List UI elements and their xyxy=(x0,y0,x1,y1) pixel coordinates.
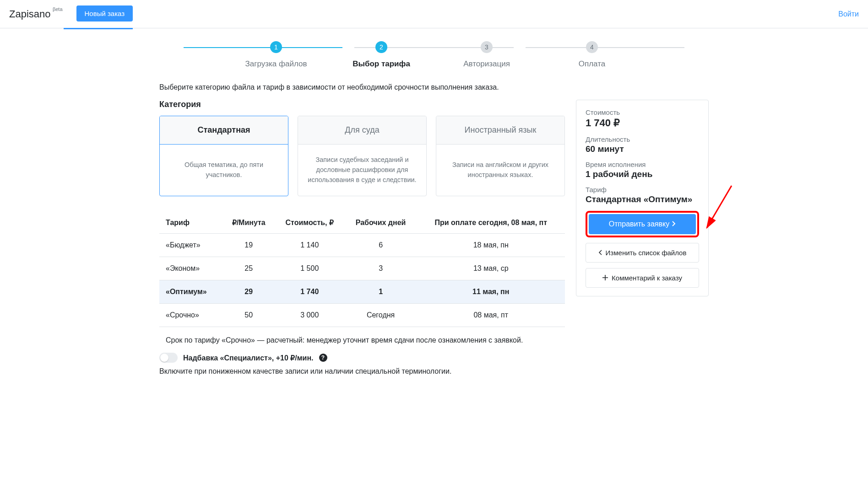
chevron-left-icon xyxy=(598,249,602,257)
change-files-label: Изменить список файлов xyxy=(606,249,687,257)
tariff-label: Тариф xyxy=(586,186,699,193)
step-2: 2 Выбор тарифа xyxy=(329,41,434,69)
step-1-label: Загрузка файлов xyxy=(223,59,329,69)
category-foreign-desc: Записи на английском и других иностранны… xyxy=(436,145,564,196)
tariff-row[interactable]: «Эконом»251 500313 мая, ср xyxy=(159,257,565,280)
specialist-desc: Включите при пониженном качестве записи … xyxy=(159,367,565,376)
th-ready: При оплате сегодня, 08 мая, пт xyxy=(417,212,565,234)
tariff-row[interactable]: «Срочно»503 000Сегодня08 мая, пт xyxy=(159,304,565,327)
step-3-label: Авторизация xyxy=(434,59,539,69)
tariff-cell-cost: 1 500 xyxy=(275,257,345,280)
tariff-cell-ready: 08 мая, пт xyxy=(417,304,565,327)
category-standard[interactable]: Стандартная Общая тематика, до пяти учас… xyxy=(159,116,288,196)
instruction-text: Выберите категорию файла и тариф в завис… xyxy=(159,83,709,91)
tariff-cell-days: 1 xyxy=(345,280,417,304)
header: Zapisano βeta Новый заказ Войти xyxy=(0,0,868,28)
step-3: 3 Авторизация xyxy=(434,41,539,69)
tariff-cell-days: 6 xyxy=(345,234,417,257)
tariff-row[interactable]: «Бюджет»191 140618 мая, пн xyxy=(159,234,565,257)
step-1-circle: 1 xyxy=(270,41,282,53)
highlight-annotation: Отправить заявку xyxy=(586,211,699,237)
category-foreign-title: Иностранный язык xyxy=(436,116,564,145)
eta-label: Время исполнения xyxy=(586,161,699,168)
help-icon[interactable]: ? xyxy=(319,354,327,362)
th-days: Рабочих дней xyxy=(345,212,417,234)
tariff-cell-ready: 18 мая, пн xyxy=(417,234,565,257)
add-comment-label: Комментарий к заказу xyxy=(612,274,682,282)
logo[interactable]: Zapisano βeta xyxy=(9,8,51,20)
step-2-circle: 2 xyxy=(375,41,387,53)
login-link[interactable]: Войти xyxy=(838,10,859,18)
step-4-label: Оплата xyxy=(539,59,645,69)
specialist-label: Надбавка «Специалист», +10 ₽/мин. xyxy=(183,354,314,362)
plus-icon xyxy=(602,274,608,282)
duration-value: 60 минут xyxy=(586,144,699,154)
tariff-cell-per_min: 50 xyxy=(223,304,275,327)
tariff-cell-ready: 11 мая, пн xyxy=(417,280,565,304)
category-court-title: Для суда xyxy=(298,116,426,145)
new-order-tab[interactable]: Новый заказ xyxy=(64,5,133,29)
tariff-cell-name: «Эконом» xyxy=(159,257,223,280)
tariff-row[interactable]: «Оптимум»291 740111 мая, пн xyxy=(159,280,565,304)
tariff-cell-name: «Оптимум» xyxy=(159,280,223,304)
tariff-value: Стандартная «Оптимум» xyxy=(586,194,699,204)
specialist-toggle[interactable] xyxy=(159,353,178,363)
eta-value: 1 рабочий день xyxy=(586,169,699,179)
order-summary: Стоимость 1 740 ₽ Длительность 60 минут … xyxy=(576,100,709,296)
beta-badge: βeta xyxy=(53,6,63,12)
tariff-cell-per_min: 19 xyxy=(223,234,275,257)
category-title: Категория xyxy=(159,100,565,109)
step-4-circle: 4 xyxy=(586,41,598,53)
submit-label: Отправить заявку xyxy=(609,220,669,228)
tariff-cell-days: 3 xyxy=(345,257,417,280)
change-files-button[interactable]: Изменить список файлов xyxy=(586,243,699,263)
tariff-cell-name: «Бюджет» xyxy=(159,234,223,257)
submit-button[interactable]: Отправить заявку xyxy=(589,214,696,234)
chevron-right-icon xyxy=(672,220,676,228)
specialist-row: Надбавка «Специалист», +10 ₽/мин. ? xyxy=(159,353,565,363)
stepper: 1 Загрузка файлов 2 Выбор тарифа 3 Автор… xyxy=(159,28,709,76)
tariff-cell-cost: 1 740 xyxy=(275,280,345,304)
logo-text: Zapisano xyxy=(9,8,51,20)
add-comment-button[interactable]: Комментарий к заказу xyxy=(586,268,699,288)
duration-label: Длительность xyxy=(586,135,699,143)
urgent-note: Срок по тарифу «Срочно» — расчетный: мен… xyxy=(159,336,565,344)
tariff-cell-per_min: 29 xyxy=(223,280,275,304)
tariff-cell-cost: 1 140 xyxy=(275,234,345,257)
tariff-cell-days: Сегодня xyxy=(345,304,417,327)
category-standard-title: Стандартная xyxy=(160,116,288,145)
tariff-cell-name: «Срочно» xyxy=(159,304,223,327)
cost-label: Стоимость xyxy=(586,108,699,116)
step-1[interactable]: 1 Загрузка файлов xyxy=(223,41,329,69)
step-3-circle: 3 xyxy=(481,41,493,53)
category-court[interactable]: Для суда Записи судебных заседаний и дос… xyxy=(298,116,427,196)
category-standard-desc: Общая тематика, до пяти участников. xyxy=(160,145,288,196)
new-order-button[interactable]: Новый заказ xyxy=(76,5,133,21)
step-2-label: Выбор тарифа xyxy=(329,59,434,69)
th-cost: Стоимость, ₽ xyxy=(275,212,345,234)
category-foreign[interactable]: Иностранный язык Записи на английском и … xyxy=(436,116,565,196)
step-4: 4 Оплата xyxy=(539,41,645,69)
tariff-cell-cost: 3 000 xyxy=(275,304,345,327)
tariff-cell-ready: 13 мая, ср xyxy=(417,257,565,280)
category-court-desc: Записи судебных заседаний и дословные ра… xyxy=(298,145,426,196)
th-name: Тариф xyxy=(159,212,223,234)
cost-value: 1 740 ₽ xyxy=(586,117,699,129)
tariff-cell-per_min: 25 xyxy=(223,257,275,280)
category-cards: Стандартная Общая тематика, до пяти учас… xyxy=(159,116,565,196)
th-permin: ₽/Минута xyxy=(223,212,275,234)
tariff-table: Тариф ₽/Минута Стоимость, ₽ Рабочих дней… xyxy=(159,212,565,327)
